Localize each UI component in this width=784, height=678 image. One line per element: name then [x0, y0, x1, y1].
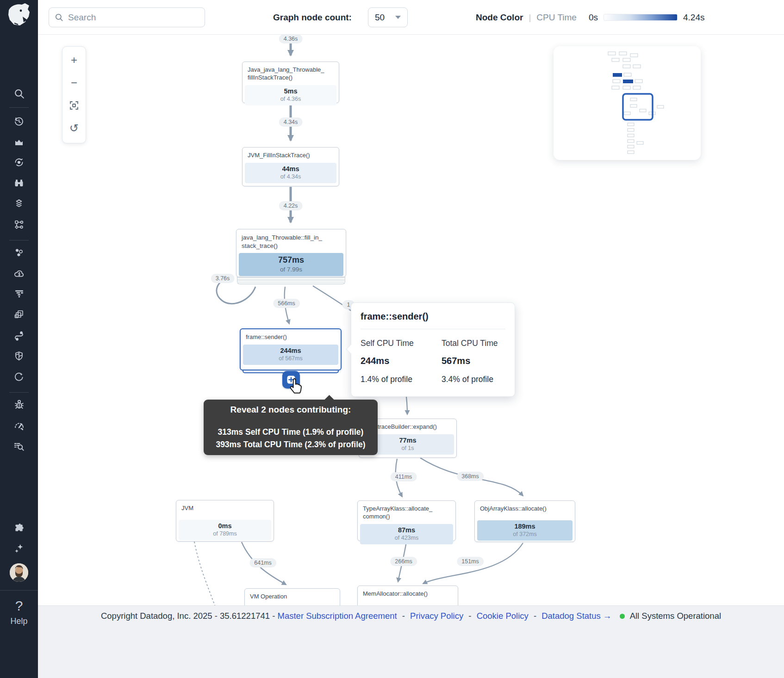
logs-search-icon	[13, 440, 25, 452]
help-question-icon: ?	[0, 598, 38, 614]
separator: -	[468, 611, 471, 621]
node-self-time: 757ms	[239, 255, 343, 265]
node-self-time: 44ms	[245, 165, 336, 173]
help-section[interactable]: ? Help	[0, 590, 38, 678]
graph-node-typearrayklass-allocate[interactable]: TypeArrayKlass::allocate_ common() 87ms …	[357, 500, 456, 541]
layers-icon	[13, 198, 25, 210]
profiling-call-graph-app: 4.36s 4.34s 4.22s 3.76s 566ms 1 411ms 36…	[0, 0, 784, 678]
minimap-viewport[interactable]	[623, 94, 653, 120]
edge-label: 266ms	[390, 557, 417, 566]
edge-label: 151ms	[457, 557, 484, 566]
node-total-time: of 4.34s	[245, 173, 336, 180]
datadog-status-link[interactable]: Datadog Status →	[541, 611, 611, 621]
shield-icon	[13, 351, 25, 362]
sidebar-item-integrations[interactable]	[0, 198, 38, 210]
zoom-in-button[interactable]: +	[64, 49, 84, 71]
node-self-time: 0ms	[179, 522, 271, 530]
gauge-icon	[13, 420, 25, 431]
avatar-photo	[10, 563, 28, 582]
sidebar-item-integrations-store[interactable]	[0, 522, 38, 534]
area-chart-icon	[13, 136, 25, 148]
sidebar-item-infrastructure[interactable]	[0, 247, 38, 258]
node-title: TypeArrayKlass::allocate_ common()	[358, 501, 455, 523]
node-total-time: of 7.99s	[239, 266, 343, 273]
sidebar-item-workflows[interactable]	[0, 219, 38, 230]
node-total-time: of 4.36s	[245, 96, 336, 102]
graph-node-frame-sender[interactable]: frame::sender() 244ms of 567ms	[240, 328, 342, 370]
hexagons-icon	[13, 247, 25, 258]
user-avatar[interactable]	[10, 563, 28, 582]
search-input[interactable]	[68, 12, 199, 23]
graph-node-fillinstacktrace-jni[interactable]: Java_java_lang_Throwable_ fillInStackTra…	[242, 62, 339, 103]
history-clock-icon	[13, 116, 25, 127]
node-self-time: 87ms	[360, 526, 453, 534]
workflow-icon	[13, 219, 25, 230]
self-cpu-value: 244ms	[361, 356, 437, 366]
reveal-tooltip-title: Reveal 2 nodes contributing:	[204, 405, 378, 415]
reset-view-button[interactable]: ↺	[64, 117, 84, 139]
node-color-metric[interactable]: CPU Time	[536, 12, 577, 23]
sidebar: ? Help	[0, 0, 38, 678]
self-cpu-percent: 1.4% of profile	[361, 375, 437, 384]
datadog-logo[interactable]	[5, 3, 33, 30]
node-self-time: 244ms	[243, 347, 338, 354]
master-subscription-agreement-link[interactable]: Master Subscription Agreement	[278, 611, 397, 621]
node-hover-tooltip: frame::sender() Self CPU Time 244ms 1.4%…	[351, 302, 515, 397]
reveal-tooltip-self: 313ms Self CPU Time (1.9% of profile)	[204, 426, 378, 438]
flame-graph-icon	[13, 288, 25, 299]
search-icon	[55, 12, 63, 22]
puzzle-icon	[13, 522, 25, 534]
graph-node-fill-in-stack-trace[interactable]: java_lang_Throwable::fill_in_ stack_trac…	[236, 229, 346, 277]
sidebar-item-security[interactable]	[0, 351, 38, 362]
rum-windows-icon	[13, 309, 25, 320]
graph-node-count-label: Graph node count:	[273, 0, 352, 35]
sidebar-item-metrics[interactable]	[0, 136, 38, 148]
node-title: Java_java_lang_Throwable_ fillInStackTra…	[243, 62, 339, 84]
zoom-out-button[interactable]: −	[64, 71, 84, 94]
cpu-time-color-scale	[604, 14, 678, 21]
divider: |	[529, 12, 531, 23]
footer: Copyright Datadog, Inc. 2025 - 35.612217…	[38, 605, 784, 678]
graph-node-jvm[interactable]: JVM 0ms of 789ms	[176, 500, 274, 542]
sidebar-item-synthetics[interactable]	[0, 330, 38, 341]
sidebar-item-cloud-cost[interactable]	[0, 268, 38, 280]
graph-node-jvm-fillinstacktrace[interactable]: JVM_FillInStackTrace() 44ms of 4.34s	[242, 147, 339, 186]
cookie-policy-link[interactable]: Cookie Policy	[477, 611, 529, 621]
fit-to-screen-button[interactable]	[64, 94, 84, 117]
graph-node-count-value: 50	[375, 12, 385, 23]
sidebar-item-bits-ai[interactable]	[0, 542, 38, 555]
node-color-label: Node Color	[476, 12, 523, 23]
status-green-dot	[620, 614, 625, 619]
node-title: VM Operation	[245, 589, 340, 603]
sidebar-item-log-management[interactable]	[0, 440, 38, 452]
graph-node-objarrayklass-allocate[interactable]: ObjArrayKlass::allocate() 189ms of 372ms	[474, 500, 575, 542]
node-title: java_lang_Throwable::fill_in_ stack_trac…	[236, 229, 346, 252]
sparkles-icon	[13, 542, 25, 555]
edge-label: 4.36s	[279, 34, 303, 43]
sidebar-item-error-tracking[interactable]	[0, 399, 38, 410]
separator: -	[534, 611, 536, 621]
sidebar-item-rum[interactable]	[0, 309, 38, 320]
copyright-text: Copyright Datadog, Inc. 2025 - 35.612217…	[101, 611, 275, 621]
minimap[interactable]	[554, 46, 701, 160]
search-box[interactable]	[49, 7, 205, 27]
privacy-policy-link[interactable]: Privacy Policy	[410, 611, 463, 621]
sidebar-item-apm-profiling[interactable]	[0, 288, 38, 299]
total-cpu-value: 567ms	[442, 356, 505, 366]
sidebar-item-search[interactable]	[0, 88, 38, 99]
node-self-time: 5ms	[245, 87, 336, 95]
sidebar-item-recent[interactable]	[0, 116, 38, 127]
node-total-time: of 423ms	[360, 535, 453, 541]
sidebar-item-service-catalog[interactable]	[0, 178, 38, 189]
sidebar-item-watchdog[interactable]	[0, 157, 38, 168]
status-text: All Systems Operational	[630, 611, 721, 621]
scale-min-label: 0s	[589, 12, 598, 23]
sidebar-item-quality-gates[interactable]	[0, 420, 38, 431]
graph-node-count-select[interactable]: 50	[368, 7, 408, 27]
edge-label: 566ms	[273, 299, 300, 308]
synthetics-icon	[13, 330, 25, 341]
bug-icon	[13, 399, 25, 410]
scale-max-label: 4.24s	[683, 12, 704, 23]
sidebar-item-software-delivery[interactable]	[0, 371, 38, 382]
node-title: ObjArrayKlass::allocate()	[475, 501, 575, 515]
